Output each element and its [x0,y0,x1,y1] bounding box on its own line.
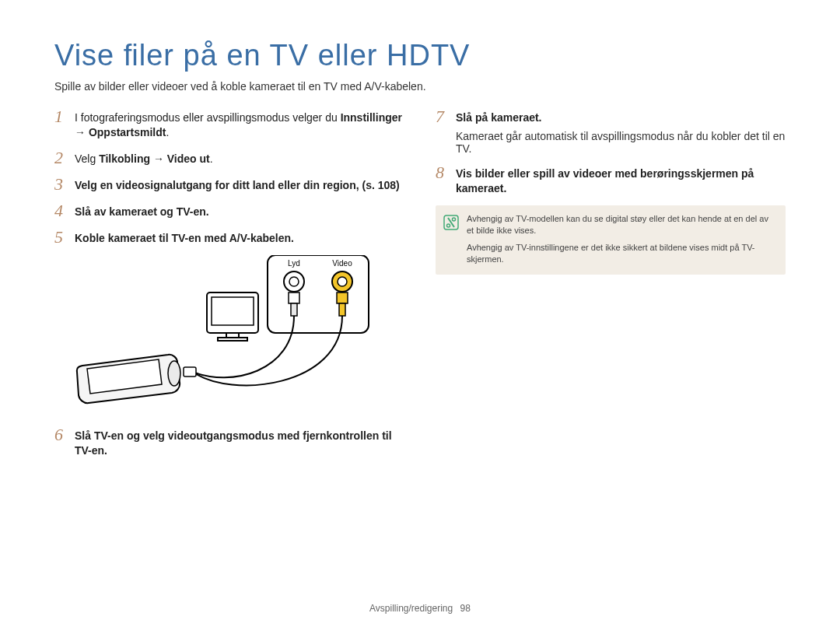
connection-diagram: Lyd Video [75,255,375,419]
footer-page-number: 98 [460,603,471,614]
step-3: 3 Velg en videosignalutgang for ditt lan… [54,176,404,193]
step-body: Velg en videosignalutgang for ditt land … [75,176,404,193]
footer-section: Avspilling/redigering [369,603,453,614]
step-text: Koble kameraet til TV-en med A/V-kabelen… [75,232,294,244]
svg-rect-0 [268,255,369,333]
step-number: 2 [54,149,75,166]
step-body: Velg Tilkobling → Video ut. [75,149,404,166]
step-number: 6 [54,426,75,443]
step-body: Vis bilder eller spill av videoer med be… [456,164,786,196]
note-text: Avhengig av TV-modellen kan du se digita… [467,213,775,266]
step-body: Slå TV-en og velg videoutgangsmodus med … [75,426,404,458]
step-text: Slå TV-en og velg videoutgangsmodus med … [75,429,392,457]
svg-point-12 [168,361,180,386]
two-column-layout: 1 I fotograferingsmodus eller avspilling… [54,108,786,468]
arrow-text: → [153,152,167,165]
note-icon [443,215,460,266]
svg-rect-8 [207,292,258,333]
white-plug [289,292,299,316]
step-number: 4 [54,202,75,219]
step-body: Slå av kameraet og TV-en. [75,202,404,219]
note-line-2: Avhengig av TV-innstillingene er det ikk… [467,242,775,266]
svg-rect-7 [184,367,196,377]
diagram-svg: Lyd Video [75,255,375,419]
camera-icon [77,355,180,403]
svg-point-15 [453,218,456,221]
step-2: 2 Velg Tilkobling → Video ut. [54,149,404,166]
note-line-1: Avhengig av TV-modellen kan du se digita… [467,213,775,237]
step-number: 5 [54,229,75,246]
step-5: 5 Koble kameraet til TV-en med A/V-kabel… [54,229,404,246]
svg-rect-5 [289,292,299,303]
page-title: Vise ﬁler på en TV eller HDTV [54,39,786,72]
svg-point-4 [338,277,347,286]
svg-rect-9 [212,297,254,325]
manual-page: Vise ﬁler på en TV eller HDTV Spille av … [0,0,840,634]
step-number: 1 [54,108,75,125]
left-column: 1 I fotograferingsmodus eller avspilling… [54,108,404,468]
note-box: Avhengig av TV-modellen kan du se digita… [436,205,786,275]
step-6: 6 Slå TV-en og velg videoutgangsmodus me… [54,426,404,458]
step-7: 7 Slå på kameraet. [436,108,786,125]
step-body: Slå på kameraet. [456,108,786,125]
audio-label: Lyd [288,259,300,268]
step-bold-text: Video ut [167,152,210,165]
svg-point-16 [447,224,450,227]
svg-point-2 [289,277,299,286]
step-7-sub: Kameraet går automatisk til avspillingsm… [456,130,786,155]
step-1: 1 I fotograferingsmodus eller avspilling… [54,108,404,140]
step-text: Vis bilder eller spill av videoer med be… [456,167,754,194]
step-text: Velg en videosignalutgang for ditt land … [75,179,400,191]
step-number: 8 [436,164,456,181]
video-label: Video [332,259,352,268]
step-8: 8 Vis bilder eller spill av videoer med … [436,164,786,196]
step-number: 3 [54,176,75,193]
svg-rect-6 [337,292,348,303]
svg-rect-11 [218,338,247,341]
step-number: 7 [436,108,456,125]
step-text: Velg [75,152,99,165]
step-bold-text: Tilkobling [99,152,150,165]
right-column: 7 Slå på kameraet. Kameraet går automati… [436,108,786,468]
tv-icon [207,292,258,341]
svg-line-14 [448,218,454,227]
step-text: Slå av kameraet og TV-en. [75,205,209,218]
step-text: I fotograferingsmodus eller avspillingsm… [75,111,341,124]
step-body: Koble kameraet til TV-en med A/V-kabelen… [75,229,404,246]
step-4: 4 Slå av kameraet og TV-en. [54,202,404,219]
yellow-plug [337,292,348,316]
step-body: I fotograferingsmodus eller avspillingsm… [75,108,404,140]
step-text: Slå på kameraet. [456,111,542,124]
intro-text: Spille av bilder eller videoer ved å kob… [54,80,786,93]
page-footer: Avspilling/redigering 98 [0,603,840,614]
